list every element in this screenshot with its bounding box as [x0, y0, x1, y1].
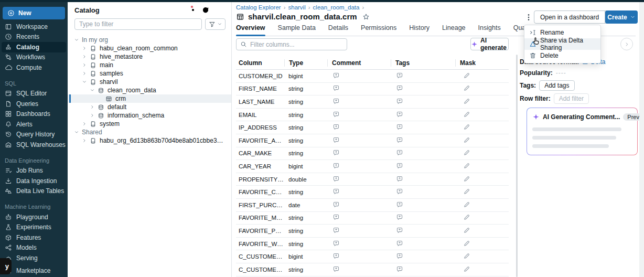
tree-item-in-my-org[interactable]: In my org [68, 36, 231, 44]
tab-overview[interactable]: Overview [236, 23, 265, 36]
add-tag-icon[interactable] [396, 162, 403, 169]
sidebar-item-features[interactable]: Features [0, 232, 68, 243]
edit-mask-icon[interactable] [463, 111, 470, 118]
chevron-right-icon[interactable] [82, 71, 87, 76]
sidebar-item-delta-live-tables[interactable]: Delta Live Tables [0, 186, 68, 197]
add-comment-icon[interactable] [332, 98, 340, 105]
tree-item-habu-clean-room-common[interactable]: habu_clean_room_common [68, 44, 231, 52]
add-tag-icon[interactable] [396, 240, 403, 247]
add-tag-icon[interactable] [396, 98, 403, 105]
sidebar-item-workspace[interactable]: Workspace [0, 22, 68, 32]
overflow-menu-button[interactable] [524, 10, 533, 24]
table-scrollbar[interactable] [516, 55, 518, 277]
edit-mask-icon[interactable] [463, 162, 470, 169]
add-tag-icon[interactable] [396, 136, 403, 144]
tree-item-hive-metastore[interactable]: hive_metastore [68, 52, 231, 61]
add-comment-icon[interactable] [332, 72, 340, 79]
add-comment-icon[interactable] [332, 252, 340, 260]
add-tag-icon[interactable] [396, 252, 403, 260]
tree-item-crm[interactable]: crm [68, 94, 231, 103]
sidebar-item-recents[interactable]: Recents [0, 32, 68, 42]
refresh-icon[interactable] [201, 6, 210, 14]
tree-item-habu-org-6d13b863b70d4be8ab01cbbe31068ea[interactable]: habu_org_6d13b863b70d4be8ab01cbbe31068ea… [68, 136, 231, 145]
tree-item-system[interactable]: system [68, 120, 231, 128]
tree-item-main[interactable]: main [68, 61, 231, 69]
breadcrumb-link-clean-room-data[interactable]: clean_room_data [313, 4, 360, 10]
filter-options-button[interactable] [205, 18, 226, 30]
add-comment-icon[interactable] [332, 136, 340, 144]
breadcrumb-link-sharvil[interactable]: sharvil [288, 4, 306, 10]
edit-mask-icon[interactable] [463, 188, 470, 195]
chevron-down-icon[interactable] [90, 88, 95, 93]
edit-mask-icon[interactable] [463, 227, 470, 234]
sidebar-item-playground[interactable]: Playground [0, 212, 68, 222]
catalog-filter-input[interactable] [74, 18, 202, 30]
sidebar-item-job-runs[interactable]: Job Runs [0, 166, 68, 176]
chevron-right-icon[interactable] [82, 62, 87, 68]
add-comment-icon[interactable] [332, 240, 340, 247]
add-tag-icon[interactable] [396, 123, 403, 131]
sidebar-item-sql-warehouses[interactable]: SQL Warehouses [0, 140, 68, 150]
collapse-panel-button[interactable] [620, 38, 633, 50]
add-tags-button[interactable]: Add tags [539, 80, 574, 91]
sidebar-item-compute[interactable]: Compute [0, 62, 68, 73]
chevron-down-icon[interactable] [82, 79, 87, 84]
ai-generate-button[interactable]: AI generate [470, 38, 509, 50]
add-comment-icon[interactable] [332, 227, 340, 234]
add-tag-icon[interactable] [396, 149, 403, 156]
chevron-right-icon[interactable] [82, 138, 87, 143]
add-comment-icon[interactable] [332, 175, 340, 183]
sidebar-item-query-history[interactable]: Query History [0, 130, 68, 140]
tree-item-default[interactable]: default [68, 103, 231, 111]
tree-item-samples[interactable]: samples [68, 69, 231, 78]
menu-item-delete[interactable]: Delete [524, 50, 600, 61]
tree-item-information-schema[interactable]: information_schema [68, 111, 231, 120]
add-comment-icon[interactable] [332, 188, 340, 195]
chevron-right-icon[interactable] [82, 121, 87, 126]
breadcrumb-link-catalog-explorer[interactable]: Catalog Explorer [236, 4, 281, 10]
tab-history[interactable]: History [409, 23, 430, 36]
tree-item-clean-room-data[interactable]: clean_room_data [68, 86, 231, 94]
page-scrollbar[interactable] [639, 2, 644, 277]
edit-mask-icon[interactable] [463, 175, 470, 183]
add-tag-icon[interactable] [396, 214, 403, 221]
add-catalog-icon[interactable] [217, 6, 225, 14]
sidebar-item-queries[interactable]: Queries [0, 99, 68, 109]
add-comment-icon[interactable] [332, 123, 340, 131]
add-comment-icon[interactable] [332, 214, 340, 221]
add-comment-icon[interactable] [332, 149, 340, 156]
add-comment-icon[interactable] [332, 84, 340, 92]
new-button[interactable]: New [3, 7, 65, 19]
add-tag-icon[interactable] [396, 175, 403, 183]
add-tag-icon[interactable] [396, 84, 403, 92]
sidebar-item-catalog[interactable]: Catalog [2, 42, 66, 52]
chevron-right-icon[interactable] [82, 46, 87, 51]
chevron-right-icon[interactable] [90, 113, 95, 118]
edit-mask-icon[interactable] [463, 201, 470, 208]
filter-columns-input[interactable] [250, 41, 343, 48]
add-tag-icon[interactable] [396, 188, 403, 195]
edit-mask-icon[interactable] [463, 149, 470, 156]
chevron-down-icon[interactable] [74, 130, 79, 135]
add-comment-icon[interactable] [332, 265, 340, 273]
edit-mask-icon[interactable] [463, 214, 470, 221]
sidebar-item-sql-editor[interactable]: SQL Editor [0, 89, 68, 99]
add-comment-icon[interactable] [332, 201, 340, 208]
sidebar-item-alerts[interactable]: Alerts [0, 119, 68, 130]
tree-item-sharvil[interactable]: sharvil [68, 78, 231, 86]
edit-mask-icon[interactable] [463, 252, 470, 260]
chevron-right-icon[interactable] [82, 54, 87, 59]
sidebar-item-models[interactable]: Models [0, 243, 68, 253]
chevron-down-icon[interactable] [74, 37, 79, 42]
favorite-star-icon[interactable] [362, 13, 370, 20]
add-tag-icon[interactable] [396, 201, 403, 208]
sidebar-item-experiments[interactable]: Experiments [0, 222, 68, 233]
add-comment-icon[interactable] [332, 162, 340, 169]
add-tag-icon[interactable] [396, 227, 403, 234]
tab-permissions[interactable]: Permissions [361, 23, 396, 36]
create-button[interactable]: Create [605, 10, 638, 24]
add-tag-icon[interactable] [396, 111, 403, 118]
edit-mask-icon[interactable] [463, 123, 470, 131]
sidebar-item-data-ingestion[interactable]: Data Ingestion [0, 176, 68, 186]
tab-lineage[interactable]: Lineage [442, 23, 466, 36]
